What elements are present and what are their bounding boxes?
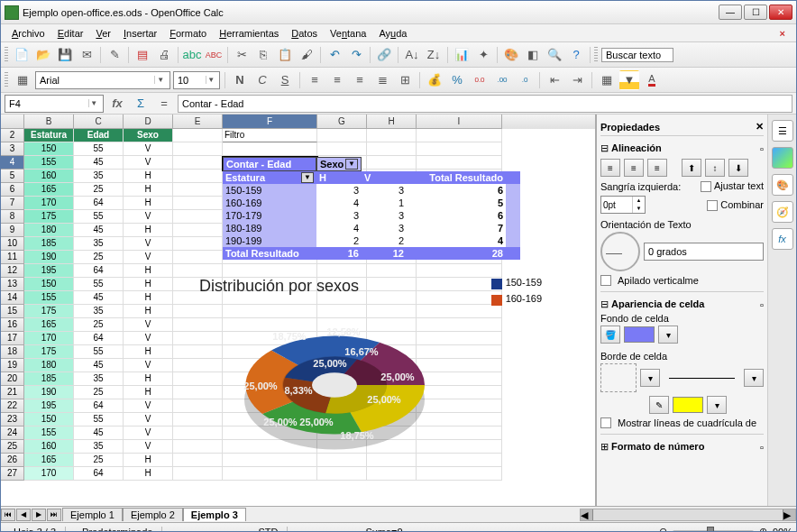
- zoom-in-icon[interactable]: ⊕: [759, 526, 767, 532]
- nav-icon[interactable]: ✦: [473, 45, 493, 65]
- zoom-icon[interactable]: 🔍: [545, 45, 564, 65]
- tab-last-icon[interactable]: ⏭: [47, 509, 61, 521]
- menu-close-icon[interactable]: ×: [774, 26, 791, 41]
- sidebar-close-icon[interactable]: ✕: [756, 121, 764, 133]
- align-right-icon[interactable]: ≡: [350, 70, 370, 90]
- brush-icon[interactable]: 🖌: [297, 45, 316, 65]
- datasrc-icon[interactable]: ◧: [523, 45, 543, 65]
- close-button[interactable]: ✕: [769, 5, 792, 20]
- sidebar-tab-gallery-icon[interactable]: 🎨: [772, 174, 793, 196]
- minimize-button[interactable]: —: [719, 5, 742, 20]
- menu-insertar[interactable]: Insertar: [118, 26, 162, 41]
- filter-cell[interactable]: Filtro: [223, 129, 317, 142]
- more-icon[interactable]: ▫: [760, 442, 764, 453]
- bordercolor-swatch[interactable]: [673, 397, 703, 413]
- menu-ayuda[interactable]: Ayuda: [373, 26, 412, 41]
- font-name-combo[interactable]: ▼: [35, 71, 170, 89]
- col-header-edad[interactable]: Edad: [74, 129, 124, 142]
- status-sum[interactable]: Suma=0: [356, 527, 411, 533]
- sidebar-tab-navigator-icon[interactable]: 🧭: [772, 201, 793, 223]
- more-icon[interactable]: ▫: [760, 299, 764, 310]
- search-input[interactable]: Buscar texto: [601, 48, 673, 62]
- sort-desc-icon[interactable]: Z↓: [424, 45, 444, 65]
- gridlines-checkbox[interactable]: [600, 417, 611, 428]
- paste-icon[interactable]: 📋: [275, 45, 295, 65]
- sidebar-toggle-icon[interactable]: ▦: [13, 70, 32, 90]
- formula-input[interactable]: [182, 98, 788, 109]
- bgcolor-icon[interactable]: ▼: [619, 70, 639, 90]
- bucket-icon[interactable]: 🪣: [600, 326, 620, 344]
- edit-icon[interactable]: ✎: [105, 45, 124, 65]
- status-mode[interactable]: STD: [249, 527, 288, 533]
- menu-ventana[interactable]: Ventana: [325, 26, 371, 41]
- menu-ver[interactable]: Ver: [90, 26, 116, 41]
- border-icon[interactable]: ▦: [597, 70, 617, 90]
- fontcolor-icon[interactable]: A: [642, 70, 662, 90]
- border-preset[interactable]: [600, 363, 637, 392]
- indent-inc-icon[interactable]: ⇥: [567, 70, 587, 90]
- sidebar-tab-styles-icon[interactable]: [772, 147, 793, 169]
- spellcheck-icon[interactable]: abc: [182, 45, 202, 65]
- pivot-table[interactable]: Contar - Edad Sexo▼ Estatura▼ H V Total …: [223, 157, 520, 260]
- chart-icon[interactable]: 📊: [452, 45, 472, 65]
- tab-ejemplo1[interactable]: Ejemplo 1: [62, 508, 123, 521]
- color-dropdown-icon[interactable]: ▾: [658, 326, 678, 344]
- sort-asc-icon[interactable]: A↓: [402, 45, 422, 65]
- bgcolor-swatch[interactable]: [624, 326, 655, 343]
- font-size-combo[interactable]: ▼: [173, 71, 220, 89]
- tab-ejemplo3[interactable]: Ejemplo 3: [183, 508, 246, 521]
- col-header-sexo[interactable]: Sexo: [124, 129, 173, 142]
- align-justify-icon[interactable]: ≣: [372, 70, 392, 90]
- copy-icon[interactable]: ⎘: [253, 45, 273, 65]
- menu-formato[interactable]: Formato: [164, 26, 212, 41]
- equals-icon[interactable]: =: [154, 94, 174, 114]
- merge-checkbox[interactable]: [707, 200, 718, 211]
- maximize-button[interactable]: ☐: [744, 5, 767, 20]
- zoom-out-icon[interactable]: ⊖: [659, 526, 667, 532]
- align-left-icon[interactable]: ≡: [600, 159, 620, 177]
- email-icon[interactable]: ✉: [77, 45, 96, 65]
- underline-button[interactable]: S: [275, 70, 295, 90]
- menu-datos[interactable]: Datos: [286, 26, 323, 41]
- spreadsheet-grid[interactable]: B C D E F G H I 2 Estatura Edad Sexo Fil…: [1, 115, 596, 506]
- wrap-checkbox[interactable]: [701, 181, 711, 192]
- redo-icon[interactable]: ↷: [346, 45, 366, 65]
- stack-checkbox[interactable]: [600, 275, 611, 286]
- align-center-icon[interactable]: ≡: [624, 159, 644, 177]
- h-scrollbar[interactable]: ◀▶: [580, 509, 796, 521]
- valign-bot-icon[interactable]: ⬇: [728, 159, 748, 177]
- cut-icon[interactable]: ✂: [232, 45, 252, 65]
- more-icon[interactable]: ▫: [760, 143, 764, 154]
- currency-icon[interactable]: 💰: [425, 70, 444, 90]
- degrees-input[interactable]: [648, 246, 759, 257]
- cell-ref-box[interactable]: ▼: [5, 95, 104, 113]
- open-icon[interactable]: 📂: [33, 45, 53, 65]
- tab-first-icon[interactable]: ⏮: [1, 509, 15, 521]
- dec-del-icon[interactable]: .0: [515, 70, 535, 90]
- bold-button[interactable]: N: [230, 70, 250, 90]
- indent-dec-icon[interactable]: ⇤: [545, 70, 564, 90]
- col-header-estatura[interactable]: Estatura: [24, 129, 74, 142]
- zoom-level[interactable]: 90%: [773, 527, 792, 533]
- pdf-icon[interactable]: ▤: [133, 45, 152, 65]
- menu-archivo[interactable]: Archivo: [6, 26, 50, 41]
- align-center-icon[interactable]: ≡: [327, 70, 347, 90]
- align-left-icon[interactable]: ≡: [305, 70, 325, 90]
- print-icon[interactable]: 🖨: [154, 45, 174, 65]
- help-icon[interactable]: ?: [566, 45, 586, 65]
- fx-icon[interactable]: fx: [107, 94, 127, 114]
- sidebar-tab-functions-icon[interactable]: fx: [772, 228, 793, 250]
- sidebar-tab-properties-icon[interactable]: ☰: [772, 120, 793, 142]
- tab-ejemplo2[interactable]: Ejemplo 2: [123, 508, 183, 521]
- menu-herramientas[interactable]: Herramientas: [214, 26, 284, 41]
- tab-prev-icon[interactable]: ◀: [16, 509, 31, 521]
- pencil-icon[interactable]: ✎: [649, 396, 669, 414]
- chart-object[interactable]: Distribución por sexos 150-159 160-169: [199, 277, 524, 484]
- percent-icon[interactable]: %: [447, 70, 467, 90]
- menu-editar[interactable]: Editar: [52, 26, 89, 41]
- dec-add-icon[interactable]: .00: [492, 70, 512, 90]
- italic-button[interactable]: C: [252, 70, 272, 90]
- gallery-icon[interactable]: 🎨: [501, 45, 521, 65]
- sum-icon[interactable]: Σ: [131, 94, 151, 114]
- autospell-icon[interactable]: ABC: [204, 45, 224, 65]
